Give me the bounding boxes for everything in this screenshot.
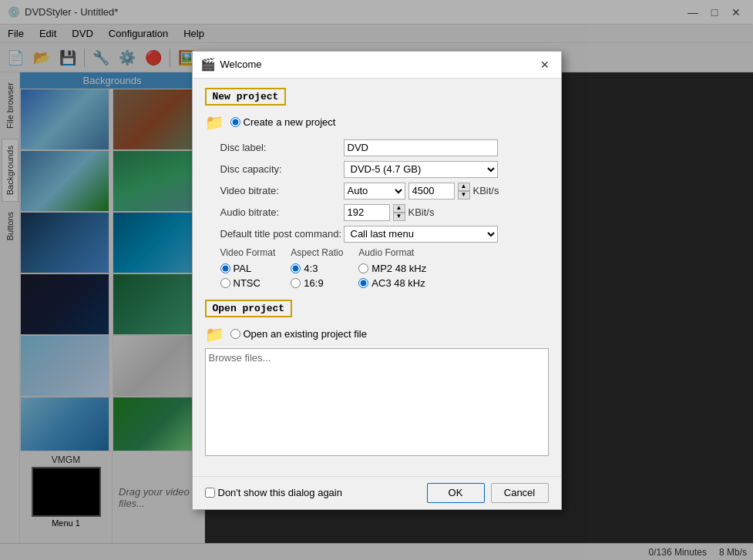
open-existing-radio-label[interactable]: Open an existing project file <box>230 328 367 340</box>
disc-label-row: Disc label: <box>205 139 549 156</box>
radio-mp2[interactable] <box>358 263 368 273</box>
radio-ac3[interactable] <box>358 278 368 288</box>
disc-capacity-control: DVD-5 (4.7 GB) DVD-9 (8.5 GB) DVD-10 (9.… <box>344 161 549 178</box>
new-project-header: New project <box>205 88 287 106</box>
browse-text: Browse files... <box>209 352 271 364</box>
create-new-radio-label[interactable]: Create a new project <box>230 116 336 128</box>
ok-button[interactable]: OK <box>427 483 485 503</box>
radio-4-3-label[interactable]: 4:3 <box>291 263 343 274</box>
disc-capacity-text: Disc capacity: <box>220 163 344 175</box>
disc-capacity-select[interactable]: DVD-5 (4.7 GB) DVD-9 (8.5 GB) DVD-10 (9.… <box>344 161 498 178</box>
radio-ac3-text: AC3 48 kHz <box>371 277 425 289</box>
dont-show-label: Don't show this dialog again <box>218 487 342 498</box>
file-browser[interactable]: Browse files... <box>205 348 549 456</box>
radio-16-9[interactable] <box>291 278 301 288</box>
video-bitrate-text: Video bitrate: <box>220 185 344 196</box>
radio-4-3-text: 4:3 <box>304 263 318 274</box>
open-row: 📁 Open an existing project file <box>205 325 549 344</box>
aspect-ratio-group: Aspect Ratio 4:3 16:9 <box>291 247 343 289</box>
open-project-header: Open project <box>205 300 293 317</box>
radio-ntsc[interactable] <box>220 278 230 288</box>
radio-mp2-text: MP2 48 kHz <box>371 263 426 274</box>
new-project-section: New project 📁 Create a new project Disc … <box>205 88 549 289</box>
radio-4-3[interactable] <box>291 263 301 273</box>
radio-16-9-label[interactable]: 16:9 <box>291 277 343 289</box>
disc-label-text: Disc label: <box>220 142 344 153</box>
video-bitrate-row: Video bitrate: Auto Manual ▲ ▼ <box>205 183 549 200</box>
radio-pal[interactable] <box>220 263 230 273</box>
dialog-body: New project 📁 Create a new project Disc … <box>193 79 561 476</box>
audio-bitrate-up[interactable]: ▲ <box>393 204 405 213</box>
create-new-label: Create a new project <box>244 116 336 128</box>
video-format-group: Video Format PAL NTSC <box>220 247 276 289</box>
radio-groups: Video Format PAL NTSC Aspect Ratio <box>205 247 549 289</box>
open-existing-label: Open an existing project file <box>244 328 367 340</box>
modal-overlay: 🎬 Welcome ✕ New project 📁 Create a new p… <box>0 0 753 560</box>
radio-mp2-label[interactable]: MP2 48 kHz <box>358 263 426 274</box>
checkbox-row: Don't show this dialog again <box>205 487 342 498</box>
audio-bitrate-row: Audio bitrate: ▲ ▼ KBit/s <box>205 204 549 221</box>
dialog-icon: 🎬 <box>200 57 216 72</box>
default-title-post-select[interactable]: Call last menu Stop <box>344 226 498 243</box>
dialog-footer: Don't show this dialog again OK Cancel <box>193 476 561 509</box>
video-bitrate-up[interactable]: ▲ <box>458 183 470 191</box>
video-format-label: Video Format <box>220 247 276 258</box>
btn-row: OK Cancel <box>427 483 549 503</box>
aspect-ratio-label: Aspect Ratio <box>291 247 343 258</box>
create-new-radio[interactable] <box>230 117 240 127</box>
create-row: 📁 Create a new project <box>205 113 549 132</box>
radio-ntsc-text: NTSC <box>234 277 261 289</box>
default-title-post-control: Call last menu Stop <box>344 226 549 243</box>
audio-bitrate-control: ▲ ▼ KBit/s <box>344 204 549 221</box>
audio-bitrate-spinner: ▲ ▼ <box>393 204 405 221</box>
open-project-section: Open project 📁 Open an existing project … <box>205 300 549 456</box>
disc-capacity-row: Disc capacity: DVD-5 (4.7 GB) DVD-9 (8.5… <box>205 161 549 178</box>
video-bitrate-down[interactable]: ▼ <box>458 191 470 200</box>
audio-bitrate-input[interactable] <box>344 204 390 221</box>
video-bitrate-row-inner: Auto Manual ▲ ▼ KBit/s <box>344 183 549 200</box>
dialog-titlebar-left: 🎬 Welcome <box>200 57 262 72</box>
audio-bitrate-row-inner: ▲ ▼ KBit/s <box>344 204 549 221</box>
video-bitrate-unit: KBit/s <box>473 185 499 196</box>
video-bitrate-spinner: ▲ ▼ <box>458 183 470 200</box>
disc-label-control <box>344 139 549 156</box>
audio-bitrate-down[interactable]: ▼ <box>393 213 405 221</box>
audio-bitrate-text: Audio bitrate: <box>220 206 344 218</box>
cancel-button[interactable]: Cancel <box>491 483 549 503</box>
radio-pal-text: PAL <box>234 263 252 274</box>
disc-label-input[interactable] <box>344 139 498 156</box>
new-project-icon: 📁 <box>205 113 224 132</box>
open-existing-radio[interactable] <box>230 329 240 339</box>
video-bitrate-control: Auto Manual ▲ ▼ KBit/s <box>344 183 549 200</box>
open-project-icon: 📁 <box>205 325 224 344</box>
video-bitrate-mode-select[interactable]: Auto Manual <box>344 183 405 200</box>
radio-16-9-text: 16:9 <box>304 277 323 289</box>
dialog-title: Welcome <box>220 59 262 70</box>
dialog-close-button[interactable]: ✕ <box>536 56 553 73</box>
welcome-dialog: 🎬 Welcome ✕ New project 📁 Create a new p… <box>192 51 562 510</box>
radio-ntsc-label[interactable]: NTSC <box>220 277 276 289</box>
radio-pal-label[interactable]: PAL <box>220 263 276 274</box>
default-title-post-row: Default title post command: Call last me… <box>205 226 549 243</box>
dont-show-checkbox[interactable] <box>205 488 215 498</box>
dialog-titlebar: 🎬 Welcome ✕ <box>193 52 561 79</box>
audio-bitrate-unit: KBit/s <box>408 206 435 218</box>
audio-format-group: Audio Format MP2 48 kHz AC3 48 kHz <box>358 247 426 289</box>
audio-format-label: Audio Format <box>358 247 426 258</box>
video-bitrate-input[interactable] <box>408 183 455 200</box>
radio-ac3-label[interactable]: AC3 48 kHz <box>358 277 426 289</box>
default-title-post-text: Default title post command: <box>220 228 344 240</box>
